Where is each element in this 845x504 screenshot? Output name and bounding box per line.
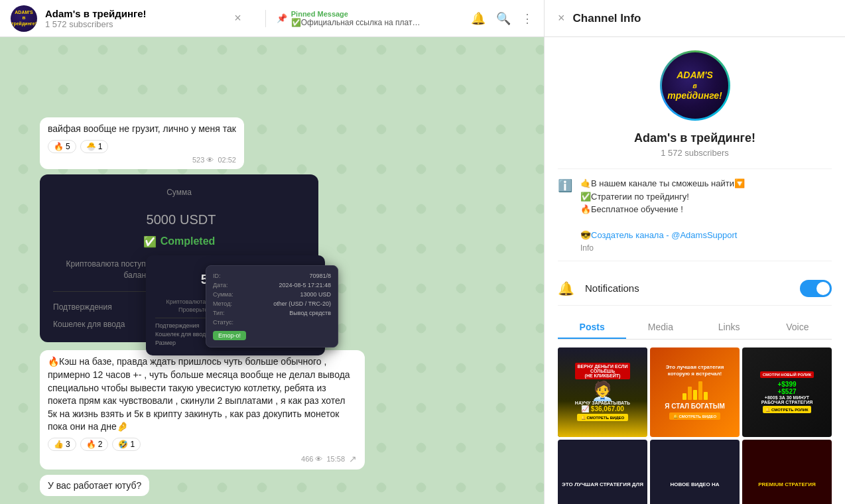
tab-links[interactable]: Links [695,316,763,339]
message-1-time: 02:52 [218,156,236,164]
right-panel: × Channel Info ADAM'Sвтрейдинге! Adam's … [544,0,845,504]
channel-avatar-ring: ADAM'Sвтрейдинге! [660,50,730,121]
avatar-text: ADAM'Sвтрейдинге! [667,70,722,101]
notifications-toggle[interactable] [800,280,832,297]
message-1-views: 523 👁 [192,156,214,164]
right-close-button[interactable]: × [558,11,565,25]
message-main-time: 15:58 [326,455,345,463]
info-content: 🤙В нашем канале ты сможешь найти🔽 ✅Страт… [580,177,745,253]
thumb-1-amount: 📈 $36,067.00 [581,405,624,412]
chat-panel: ADAM'Sвтрейдинге! Adam's в трейдинге! 1 … [0,0,544,504]
message-bottom: У вас работает ютуб? [40,475,149,496]
message-bottom-text: У вас работает ютуб? [48,480,141,491]
pinned-message-area[interactable]: 📌 Pinned Message ✅Официальная ссылка на … [265,10,458,27]
card-amount: 5000USDT [143,202,216,230]
thumb-3-strategy: +800$ ЗА 30 МИНУТРАБОЧАЯ СТРАТЕГИЯ [761,395,812,405]
more-icon[interactable]: ⋮ [521,11,533,26]
right-panel-title: Channel Info [573,12,641,25]
media-grid: ВЕРНУ ДЕНЬГИ ЕСЛИСОЛЬЁШЬ(НЕ КЛИКБЕЙТ) 🧑‍… [558,347,832,505]
card-label: Сумма [166,188,192,197]
creator-link[interactable]: 😎Создатель канала - @AdamsSupport [580,230,737,240]
confirmations-label: Подтверждения [53,302,112,312]
info-label: Info [580,243,745,253]
channel-subs-header: 1 572 subscribers [45,19,226,29]
completed-badge: Completed [143,235,216,248]
tabs-row: Posts Media Links Voice [558,316,832,340]
message-1: вайфая вообще не грузит, лично у меня та… [40,117,244,169]
media-thumb-2[interactable]: Это лучшая стратегиякоторую я встречал! … [650,347,740,437]
details-row-date: Дата: 2024-08-5 17:21:48 [213,282,331,288]
details-row-status: Статус: [213,319,331,326]
details-row-type: Тип: Вывод средств [213,310,331,316]
details-row-id: ID: 70981/8 [213,273,331,279]
chat-close-button[interactable]: × [234,11,241,25]
search-icon[interactable]: 🔍 [496,11,511,26]
channel-name-header: Adam's в трейдинге! [45,8,226,19]
thumb-1-label: ВЕРНУ ДЕНЬГИ ЕСЛИСОЛЬЁШЬ(НЕ КЛИКБЕЙТ) [575,363,631,379]
pinned-info: Pinned Message ✅Официальная ссылка на пл… [291,10,458,27]
media-thumb-1[interactable]: ВЕРНУ ДЕНЬГИ ЕСЛИСОЛЬЁШЬ(НЕ КЛИКБЕЙТ) 🧑‍… [558,347,647,437]
notifications-label: Notifications [585,283,800,294]
header-icons: 🔔 🔍 ⋮ [471,11,533,26]
details-row-summa: Сумма: 13000 USD [213,291,331,298]
channel-subs-right: 1 572 subscribers [558,148,832,158]
channel-avatar-small[interactable]: ADAM'Sвтрейдинге! [11,5,37,32]
right-content: ADAM'Sвтрейдинге! Adam's в трейдинге! 1 … [545,37,845,504]
thumb-6-content: PREMIUM СТРАТЕГИЯ [742,440,832,505]
thumb-4-content: ЭТО ЛУЧШАЯ СТРАТЕГИЯ ДЛЯ [558,440,647,505]
details-row-method: Метод: other (USD / TRC-20) [213,300,331,307]
reaction-fire[interactable]: 🔥 5 [48,140,76,153]
right-header: × Channel Info [545,0,845,37]
reaction-egg[interactable]: 🐣 1 [80,140,109,153]
channel-avatar-inner: ADAM'Sвтрейдинге! [662,52,728,119]
thumb-3-profit: +$399+$527 [777,381,796,395]
pinned-label: Pinned Message [291,10,458,18]
media-thumb-3[interactable]: СМОТРИ НОВЫЙ РОЛИК +$399+$527 +800$ ЗА 3… [742,347,832,437]
info-description: 🤙В нашем канале ты сможешь найти🔽 ✅Страт… [580,177,745,242]
message-1-reactions: 🔥 5 🐣 1 [48,140,236,153]
channel-name-right: Adam's в трейдинге! [558,131,832,145]
thumb-2-cta[interactable]: 🔔 СМОТРЕТЬ ВИДЕО [669,412,721,420]
thumb-2-label: Это лучшая стратегиякоторую я встречал! [666,364,724,378]
reaction-thumbsup[interactable]: 👍 3 [48,438,76,451]
message-main-views: 466 👁 [301,455,322,463]
details-popup: ID: 70981/8 Дата: 2024-08-5 17:21:48 Сум… [206,265,338,347]
info-section: ℹ️ 🤙В нашем канале ты сможешь найти🔽 ✅Ст… [558,168,832,261]
thumb-2-chart [682,380,708,400]
pin-icon: 📌 [277,13,287,23]
thumb-2-rich: Я СТАЛ БОГАТЫМ [665,403,725,410]
channel-info: Adam's в трейдинге! 1 572 subscribers [45,8,226,29]
media-thumb-4[interactable]: ЭТО ЛУЧШАЯ СТРАТЕГИЯ ДЛЯ [558,440,647,505]
media-thumb-5[interactable]: НОВОЕ ВИДЕО НА [650,440,740,505]
message-main-text: 🔥Кэш на базе, правда ждать пришлось чуть… [48,355,357,434]
avatar-image: ADAM'Sвтрейдинге! [11,5,37,32]
forward-icon[interactable]: ↗ [349,454,357,464]
notifications-row: 🔔 Notifications [558,272,832,306]
reaction-fire-2[interactable]: 🔥 2 [80,438,109,451]
tab-media[interactable]: Media [626,316,694,339]
thumb-1-man: 🧑‍💼 [591,382,614,401]
thumb-1-earn: НАУЧУ ЗАРАБАТЫВАТЬ [575,401,630,405]
reaction-laughing[interactable]: 🤣 1 [112,438,141,451]
thumb-1-cta[interactable]: 🔔 СМОТРЕТЬ ВИДЕО [577,414,629,421]
mute-icon[interactable]: 🔔 [471,11,486,26]
message-1-text: вайфая вообще не грузит, лично у меня та… [48,123,236,136]
channel-avatar-container: ADAM'Sвтрейдинге! [558,50,832,121]
thumb-3-cta[interactable]: 🔔 СМОТРЕТЬ РОЛИК [763,406,811,413]
bell-icon: 🔔 [558,281,574,296]
tab-posts[interactable]: Posts [558,316,626,339]
chat-header: ADAM'Sвтрейдинге! Adam's в трейдинге! 1 … [0,0,544,37]
message-main: 🔥Кэш на базе, правда ждать пришлось чуть… [40,350,365,470]
message-main-reactions: 👍 3 🔥 2 🤣 1 [48,438,357,451]
message-main-meta: 466 👁 15:58 ↗ [48,454,357,464]
message-1-meta: 523 👁 02:52 [48,156,236,164]
info-icon: ℹ️ [558,178,572,253]
pinned-text: ✅Официальная ссылка на платф... [291,18,424,27]
thumb-5-content: НОВОЕ ВИДЕО НА [650,440,740,505]
tab-voice[interactable]: Voice [763,316,832,339]
wallet-label: Кошелек для ввода [53,320,125,329]
media-thumb-6[interactable]: PREMIUM СТРАТЕГИЯ [742,440,832,505]
thumb-3-new: СМОТРИ НОВЫЙ РОЛИК [760,371,814,378]
status-badge: Emop-o! [213,331,246,340]
